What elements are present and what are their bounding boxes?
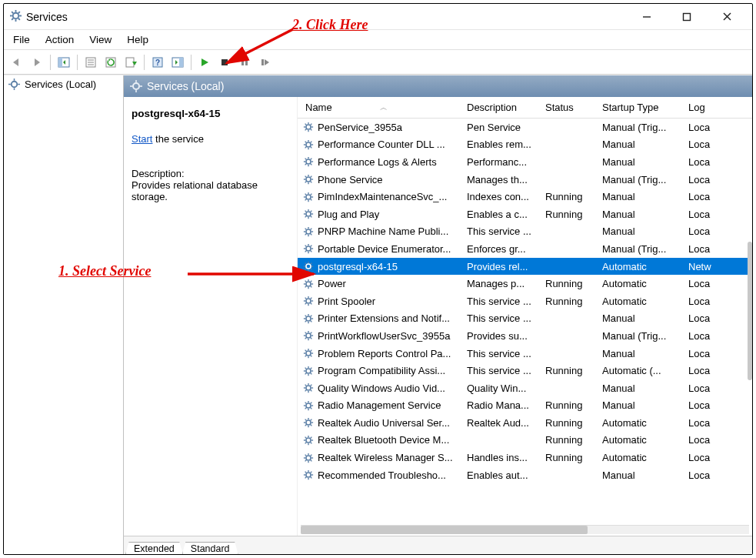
vertical-scrollbar-thumb[interactable] [748, 242, 752, 380]
service-logon: Loca [684, 191, 716, 202]
service-row[interactable]: PenService_3955aPen ServiceManual (Trig.… [298, 119, 752, 136]
horizontal-scrollbar[interactable] [301, 525, 749, 534]
column-header-description[interactable]: Description [462, 102, 541, 113]
export-list-button[interactable] [122, 54, 139, 71]
svg-point-37 [12, 82, 18, 88]
svg-line-127 [311, 263, 312, 265]
service-row[interactable]: postgresql-x64-15Provides rel...Automati… [298, 258, 752, 276]
service-description: Quality Win... [462, 383, 541, 394]
service-startup-type: Manual [598, 139, 684, 150]
close-button[interactable] [715, 8, 738, 26]
help-button[interactable]: ? [149, 54, 166, 71]
services-app-icon [10, 10, 22, 24]
tab-extended[interactable]: Extended [125, 542, 183, 554]
service-logon: Loca [684, 139, 716, 150]
column-header-logon[interactable]: Log [684, 102, 716, 113]
service-row[interactable]: PimIndexMaintenanceSvc_...Indexes con...… [298, 188, 752, 205]
tab-standard[interactable]: Standard [182, 542, 238, 554]
menu-help[interactable]: Help [127, 34, 148, 45]
svg-rect-34 [245, 59, 248, 65]
service-row[interactable]: Program Compatibility Assi...This servic… [298, 362, 752, 379]
service-row[interactable]: Plug and PlayEnables a c...RunningManual… [298, 205, 752, 223]
svg-line-179 [311, 373, 312, 374]
service-row[interactable]: PrintWorkflowUserSvc_3955aProvides su...… [298, 327, 752, 345]
service-startup-type: Automatic [598, 417, 684, 429]
column-header-name[interactable]: Name︿ [298, 102, 462, 113]
menu-action[interactable]: Action [45, 34, 75, 45]
start-service-button[interactable] [196, 54, 213, 71]
svg-point-110 [306, 246, 311, 251]
forward-button[interactable] [28, 54, 45, 71]
svg-line-144 [305, 303, 307, 305]
service-row[interactable]: Performance Logs & AlertsPerformanc...Ma… [298, 153, 752, 171]
service-row[interactable]: Phone ServiceManages th...Manual (Trig..… [298, 171, 752, 189]
tree-root-services-local[interactable]: Services (Local) [4, 77, 123, 92]
start-service-link[interactable]: Start [132, 133, 152, 145]
service-list-body[interactable]: PenService_3955aPen ServiceManual (Trig.… [298, 119, 752, 525]
column-header-startup[interactable]: Startup Type [598, 102, 684, 113]
svg-line-8 [18, 12, 20, 13]
svg-point-47 [306, 125, 311, 129]
menu-file[interactable]: File [13, 34, 30, 45]
svg-rect-29 [179, 58, 183, 67]
svg-point-182 [306, 386, 311, 390]
svg-line-216 [305, 443, 307, 444]
svg-line-134 [311, 286, 312, 287]
service-row[interactable]: Realtek Bluetooth Device M...RunningAuto… [298, 432, 752, 449]
service-row[interactable]: PowerManages p...RunningAutomaticLoca [298, 275, 752, 292]
service-row[interactable]: Realtek Wireless Manager S...Handles ins… [298, 449, 752, 466]
service-row[interactable]: Problem Reports Control Pa...This servic… [298, 345, 752, 363]
stop-service-button[interactable] [216, 54, 233, 71]
svg-line-117 [305, 251, 307, 252]
minimize-button[interactable] [635, 8, 658, 26]
restart-service-button[interactable] [256, 54, 273, 71]
svg-rect-10 [684, 13, 691, 20]
service-description: This service ... [462, 365, 541, 376]
svg-line-207 [305, 425, 307, 426]
service-logon: Loca [684, 209, 716, 220]
service-description: This service ... [462, 312, 541, 324]
service-logon: Loca [684, 348, 716, 359]
pause-service-button[interactable] [236, 54, 253, 71]
service-gear-icon [302, 383, 315, 393]
svg-line-145 [311, 298, 312, 299]
service-startup-type: Manual [598, 348, 684, 359]
service-row[interactable]: Performance Counter DLL ...Enables rem..… [298, 136, 752, 154]
service-name: Quality Windows Audio Vid... [318, 383, 445, 394]
svg-marker-31 [201, 58, 208, 66]
service-row[interactable]: Radio Management ServiceRadio Mana...Run… [298, 397, 752, 415]
service-description: Radio Mana... [462, 399, 541, 411]
show-hide-tree-button[interactable] [55, 54, 72, 71]
svg-point-218 [306, 456, 311, 460]
service-row[interactable]: Portable Device Enumerator...Enforces gr… [298, 240, 752, 258]
service-row[interactable]: Printer Extensions and Notif...This serv… [298, 310, 752, 328]
show-hide-action-pane-button[interactable] [169, 54, 186, 71]
svg-point-173 [306, 369, 311, 373]
svg-marker-36 [265, 59, 269, 65]
service-startup-type: Manual [598, 383, 684, 394]
service-startup-type: Manual [598, 312, 684, 324]
service-gear-icon [302, 226, 315, 237]
maximize-button[interactable] [675, 8, 698, 26]
service-row[interactable]: Print SpoolerThis service ...RunningAuto… [298, 292, 752, 310]
service-gear-icon [302, 400, 315, 411]
svg-line-208 [311, 419, 312, 421]
service-row[interactable]: Quality Windows Audio Vid...Quality Win.… [298, 379, 752, 397]
service-startup-type: Manual [598, 209, 684, 220]
back-button[interactable] [8, 54, 25, 71]
service-logon: Loca [684, 330, 716, 342]
horizontal-scrollbar-thumb[interactable] [301, 526, 588, 534]
refresh-button[interactable] [102, 54, 119, 71]
column-header-status[interactable]: Status [541, 102, 598, 113]
main-pane-header: Services (Local) [124, 75, 752, 97]
service-row[interactable]: Realtek Audio Universal Ser...Realtek Au… [298, 414, 752, 432]
service-name: Problem Reports Control Pa... [318, 348, 451, 359]
service-row[interactable]: PNRP Machine Name Publi...This service .… [298, 223, 752, 241]
properties-button[interactable] [82, 54, 99, 71]
svg-line-125 [311, 269, 312, 270]
service-row[interactable]: Recommended Troublesho...Enables aut...M… [298, 466, 752, 484]
menu-view[interactable]: View [89, 34, 112, 45]
svg-line-181 [311, 367, 312, 369]
service-startup-type: Automatic [598, 278, 684, 289]
service-name: Plug and Play [318, 209, 379, 220]
